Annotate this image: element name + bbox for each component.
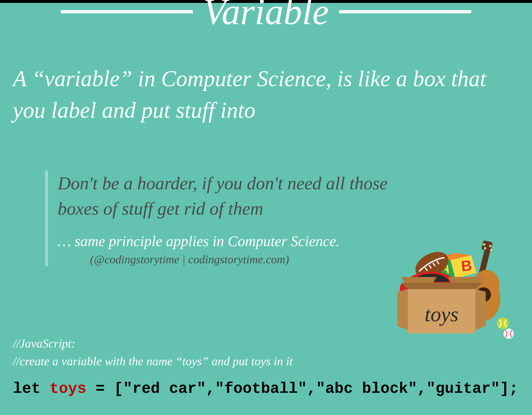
title-line-right: [339, 10, 471, 13]
baseball-icon: [504, 329, 514, 339]
quote-block: Don't be a hoarder, if you don't need al…: [45, 171, 413, 266]
code-rest: = ["red car","football","abc block","gui…: [86, 380, 518, 397]
svg-text:B: B: [460, 257, 473, 274]
svg-point-6: [489, 245, 492, 247]
svg-point-7: [484, 247, 486, 250]
svg-marker-28: [401, 283, 483, 289]
toys-box-illustration: B A toys: [387, 233, 516, 346]
code-line: let toys = ["red car","football","abc bl…: [13, 380, 518, 397]
page-title: Variable: [203, 0, 329, 33]
svg-point-5: [483, 243, 485, 246]
subtitle-text: A “variable” in Computer Science, is lik…: [13, 63, 522, 126]
code-comment-1: //JavaScript:: [13, 337, 75, 350]
box-label-text: toys: [425, 303, 458, 326]
code-comment-2: //create a variable with the name “toys”…: [13, 354, 293, 368]
code-varname: toys: [50, 380, 86, 397]
quote-main-text: Don't be a hoarder, if you don't need al…: [58, 171, 413, 221]
quote-sub-text: … same principle applies in Computer Sci…: [58, 232, 413, 250]
tennis-ball-icon: [497, 318, 509, 329]
title-row: Variable: [0, 0, 532, 33]
quote-credit-text: (@codingstorytime | codingstorytime.com): [58, 253, 413, 266]
title-line-left: [61, 10, 193, 13]
svg-point-8: [490, 249, 493, 251]
svg-marker-26: [475, 289, 486, 330]
code-keyword: let: [13, 380, 50, 397]
svg-marker-25: [398, 289, 408, 330]
